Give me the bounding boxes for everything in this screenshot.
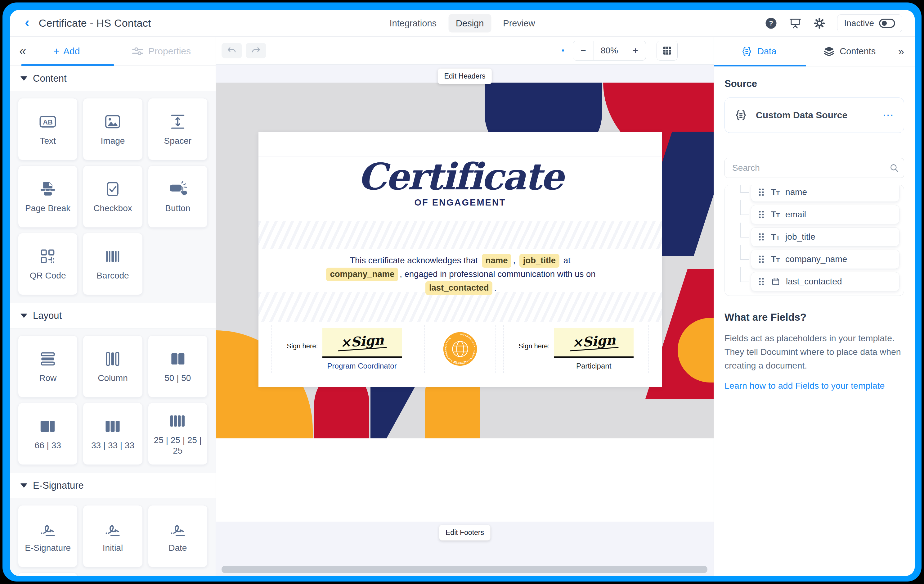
decor-hatch-band (259, 221, 662, 249)
text-type-icon: TT (771, 210, 780, 219)
edit-headers-button[interactable]: Edit Headers (438, 68, 492, 84)
undo-button[interactable] (221, 43, 242, 58)
field-search (724, 158, 904, 178)
tab-contents[interactable]: Contents (823, 45, 876, 58)
element-card-spacer[interactable]: Spacer (148, 98, 208, 160)
layers-icon (823, 45, 835, 58)
sign-here-label: Sign here: (518, 342, 549, 350)
presentation-icon[interactable] (789, 17, 802, 30)
tab-preview[interactable]: Preview (495, 14, 542, 32)
element-card-button[interactable]: Button (148, 165, 208, 228)
chevron-down-icon (20, 483, 27, 488)
signature-icon (103, 519, 122, 538)
element-card-checkbox[interactable]: Checkbox (83, 165, 142, 228)
element-card-e-signature[interactable]: E-Signature (18, 505, 78, 567)
search-button[interactable] (884, 158, 904, 178)
calendar-icon (771, 277, 780, 286)
element-card-25-25-25-25[interactable]: 25 | 25 | 25 | 25 (148, 403, 208, 465)
signature-cell-right[interactable]: Sign here: ×Sign Participant (503, 325, 649, 373)
certificate-page[interactable]: Certificate OF ENGAGEMENT This certifica… (216, 83, 714, 521)
signature-box[interactable]: ×Sign (554, 328, 634, 358)
field-pill-name[interactable]: name (482, 254, 512, 268)
redo-button[interactable] (246, 43, 266, 58)
certificate-title[interactable]: Certificate (259, 132, 662, 197)
section-layout-header[interactable]: Layout (10, 303, 216, 329)
certificate-body-text[interactable]: This certificate acknowledges that name,… (313, 254, 607, 295)
grid-icon (661, 45, 673, 56)
edit-footers-button[interactable]: Edit Footers (439, 525, 490, 541)
decor-hatch-band (259, 292, 662, 322)
tab-design[interactable]: Design (448, 14, 491, 32)
signature-box[interactable]: ×Sign (322, 328, 402, 358)
status-toggle-button[interactable]: Inactive (837, 14, 903, 32)
section-e-signature-header[interactable]: E-Signature (10, 473, 216, 498)
element-card-text[interactable]: AB Text (18, 98, 78, 160)
element-card-66-33[interactable]: 66 | 33 (18, 403, 78, 465)
help-icon[interactable]: ? (764, 17, 777, 30)
element-card-partial[interactable] (18, 572, 78, 576)
spacer-icon (168, 112, 187, 131)
field-row-last-contacted[interactable]: last_contacted (751, 272, 899, 291)
text-icon: AB (38, 112, 58, 131)
zoom-out-button[interactable]: − (573, 41, 594, 60)
field-pill-last-contacted[interactable]: last_contacted (426, 281, 493, 295)
horizontal-scrollbar[interactable] (221, 566, 708, 573)
field-pill-job-title[interactable]: job_title (520, 254, 559, 268)
zoom-level[interactable]: 80% (594, 41, 625, 60)
collapse-sidebar-icon[interactable]: « (10, 44, 35, 58)
braces-icon (734, 108, 748, 122)
element-card-row[interactable]: Row (18, 335, 78, 397)
svg-text:ISO: ISO (458, 361, 463, 364)
element-card-column[interactable]: Column (83, 335, 142, 397)
signature-cell-left[interactable]: Sign here: ×Sign Program Coordinator (272, 325, 417, 373)
image-icon (103, 112, 122, 131)
tab-add[interactable]: + Add (53, 45, 80, 57)
divider (714, 146, 915, 146)
signature-scribble: ×Sign (337, 333, 387, 351)
source-menu-icon[interactable]: ⋯ (883, 109, 894, 122)
signer-role: Participant (576, 362, 611, 371)
seal-cell[interactable]: INTERNATIONAL ORGANIZATION FOR STANDARDI… (424, 325, 496, 373)
field-row-name[interactable]: TT name (751, 185, 899, 202)
section-content-header[interactable]: Content (10, 66, 216, 91)
field-row-email[interactable]: TT email (751, 205, 899, 224)
active-tab-indicator (21, 64, 114, 66)
certificate-subtitle[interactable]: OF ENGAGEMENT (259, 197, 662, 208)
search-icon (889, 163, 899, 173)
zoom-in-button[interactable]: + (625, 41, 646, 60)
element-card-50-50[interactable]: 50 | 50 (148, 335, 208, 397)
field-pill-company-name[interactable]: company_name (326, 268, 398, 281)
tab-integrations[interactable]: Integrations (382, 14, 444, 32)
text-type-icon: TT (771, 255, 780, 264)
elements-sidebar: « + Add Properties Content (10, 36, 216, 576)
canvas-toolbar: − 80% + (216, 36, 714, 65)
canvas-viewport[interactable]: Edit Headers (216, 65, 714, 576)
field-row-company-name[interactable]: TT company_name (751, 250, 899, 269)
tab-properties[interactable]: Properties (131, 45, 191, 58)
barcode-icon (103, 247, 122, 266)
help-body: Fields act as placeholders in your templ… (724, 331, 904, 372)
element-card-33-33-33[interactable]: 33 | 33 | 33 (83, 403, 142, 465)
design-canvas: − 80% + Edit Headers (216, 36, 714, 576)
qr-code-icon (38, 247, 58, 266)
toggle-off-icon (879, 19, 895, 28)
element-card-initial[interactable]: Initial (83, 505, 142, 567)
element-card-qr-code[interactable]: QR Code (18, 233, 78, 295)
gear-icon[interactable] (813, 17, 826, 30)
elements-list: Content AB Text Image Spacer (10, 66, 216, 576)
expand-panel-icon[interactable]: » (898, 45, 904, 58)
custom-data-source-card[interactable]: Custom Data Source ⋯ (724, 98, 904, 133)
back-icon[interactable]: ‹ (25, 15, 30, 29)
element-card-date[interactable]: Date (148, 505, 208, 567)
certificate-card[interactable]: Certificate OF ENGAGEMENT This certifica… (259, 132, 662, 387)
help-link[interactable]: Learn how to add Fields to your template (724, 381, 904, 391)
tab-data[interactable]: Data (741, 45, 776, 58)
field-row-job-title[interactable]: TT job_title (751, 227, 899, 247)
66-33-icon (38, 417, 58, 436)
element-card-page-break[interactable]: Page Break (18, 165, 78, 228)
search-input[interactable] (725, 158, 884, 178)
signer-role: Program Coordinator (327, 362, 397, 371)
element-card-barcode[interactable]: Barcode (83, 233, 142, 295)
element-card-image[interactable]: Image (83, 98, 142, 160)
grid-toggle-button[interactable] (657, 41, 678, 61)
